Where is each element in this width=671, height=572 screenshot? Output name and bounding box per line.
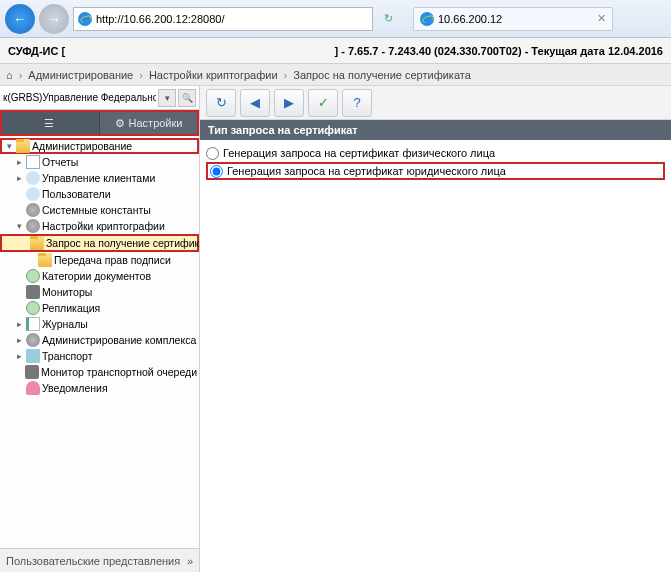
breadcrumb: ⌂ › Администрирование › Настройки крипто… <box>0 64 671 86</box>
app-titlebar: СУФД-ИС [ ] - 7.65.7 - 7.243.40 (024.330… <box>0 38 671 64</box>
browser-tab[interactable]: 10.66.200.12 ✕ <box>413 7 613 31</box>
browser-chrome: ← → http://10.66.200.12:28080/ ↻ 10.66.2… <box>0 0 671 38</box>
refresh-button[interactable]: ↻ <box>206 89 236 117</box>
queue-icon <box>25 365 39 379</box>
key-icon <box>26 219 40 233</box>
bell-icon <box>26 381 40 395</box>
db-icon <box>26 269 40 283</box>
transport-icon <box>26 349 40 363</box>
user-views-label: Пользовательские представления <box>6 555 180 567</box>
reload-button[interactable]: ↻ <box>377 8 399 30</box>
tree-signrights[interactable]: Передача прав подписи <box>0 252 199 268</box>
url-text: http://10.66.200.12:28080/ <box>96 13 224 25</box>
request-type-group: Генерация запроса на сертификат физическ… <box>200 140 671 184</box>
section-header: Тип запроса на сертификат <box>200 120 671 140</box>
tree-notif[interactable]: Уведомления <box>0 380 199 396</box>
crumb-admin[interactable]: Администрирование <box>28 69 133 81</box>
sidebar: к(GRBS)Управление Федерального казначейс… <box>0 86 200 572</box>
radio-individual-label: Генерация запроса на сертификат физическ… <box>223 147 495 159</box>
tab-settings-label: Настройки <box>129 117 183 129</box>
confirm-button[interactable]: ✓ <box>308 89 338 117</box>
content-area: ↻ ◀ ▶ ✓ ? Тип запроса на сертификат Гене… <box>200 86 671 572</box>
content-toolbar: ↻ ◀ ▶ ✓ ? <box>200 86 671 120</box>
tree-repl[interactable]: Репликация <box>0 300 199 316</box>
tree-certreq[interactable]: Запрос на получение сертификата <box>0 234 199 252</box>
ie-icon <box>78 12 92 26</box>
tab-settings[interactable]: ⚙ Настройки <box>99 112 197 134</box>
chevron-right-icon: › <box>284 69 288 81</box>
forward-button[interactable]: → <box>39 4 69 34</box>
tree-users[interactable]: Пользователи <box>0 186 199 202</box>
radio-legal[interactable]: Генерация запроса на сертификат юридичес… <box>206 162 665 180</box>
gear-icon <box>26 203 40 217</box>
address-bar[interactable]: http://10.66.200.12:28080/ <box>73 7 373 31</box>
folder-icon <box>38 253 52 267</box>
tree-admin[interactable]: ▾Администрирование <box>0 138 199 154</box>
sidebar-tabs: ☰ ⚙ Настройки <box>0 110 199 136</box>
tab-menu[interactable]: ☰ <box>2 112 99 134</box>
chevron-right-icon: › <box>139 69 143 81</box>
journal-icon <box>26 317 40 331</box>
ie-icon <box>420 12 434 26</box>
next-button[interactable]: ▶ <box>274 89 304 117</box>
tree-consts[interactable]: Системные константы <box>0 202 199 218</box>
chevron-right-icon: › <box>19 69 23 81</box>
menu-icon: ☰ <box>44 117 54 130</box>
gear-icon <box>26 333 40 347</box>
close-icon[interactable]: ✕ <box>597 12 606 25</box>
tree-clients[interactable]: ▸Управление клиентами <box>0 170 199 186</box>
gear-icon: ⚙ <box>115 117 125 130</box>
prev-button[interactable]: ◀ <box>240 89 270 117</box>
expand-icon[interactable]: » <box>187 555 193 567</box>
main-layout: к(GRBS)Управление Федерального казначейс… <box>0 86 671 572</box>
tree-journals[interactable]: ▸Журналы <box>0 316 199 332</box>
tree-complex[interactable]: ▸Администрирование комплекса <box>0 332 199 348</box>
radio-legal-label: Генерация запроса на сертификат юридичес… <box>227 165 506 177</box>
radio-individual[interactable]: Генерация запроса на сертификат физическ… <box>206 144 665 162</box>
doc-icon <box>26 155 40 169</box>
radio-legal-input[interactable] <box>210 165 223 178</box>
tree-tqueue[interactable]: Монитор транспортной очереди <box>0 364 199 380</box>
org-text: к(GRBS)Управление Федерального казначейс… <box>3 92 156 103</box>
folder-icon <box>30 236 44 250</box>
chevron-down-icon[interactable]: ▾ <box>158 89 176 107</box>
app-title-right: ] - 7.65.7 - 7.243.40 (024.330.700Т02) -… <box>334 45 663 57</box>
crumb-certreq[interactable]: Запрос на получение сертификата <box>293 69 471 81</box>
back-button[interactable]: ← <box>5 4 35 34</box>
help-button[interactable]: ? <box>342 89 372 117</box>
tab-title: 10.66.200.12 <box>438 13 502 25</box>
crumb-crypto[interactable]: Настройки криптографии <box>149 69 278 81</box>
org-selector[interactable]: к(GRBS)Управление Федерального казначейс… <box>0 86 199 110</box>
user-icon <box>26 187 40 201</box>
section-title: Тип запроса на сертификат <box>208 124 358 136</box>
tree-monitors[interactable]: Мониторы <box>0 284 199 300</box>
tree-crypto[interactable]: ▾Настройки криптографии <box>0 218 199 234</box>
tree-reports[interactable]: ▸Отчеты <box>0 154 199 170</box>
folder-icon <box>16 139 30 153</box>
monitor-icon <box>26 285 40 299</box>
tree-doccats[interactable]: Категории документов <box>0 268 199 284</box>
tree-transport[interactable]: ▸Транспорт <box>0 348 199 364</box>
replication-icon <box>26 301 40 315</box>
nav-tree: ▾Администрирование ▸Отчеты ▸Управление к… <box>0 136 199 548</box>
app-name: СУФД-ИС [ <box>8 45 65 57</box>
radio-individual-input[interactable] <box>206 147 219 160</box>
users-icon <box>26 171 40 185</box>
user-views-panel[interactable]: Пользовательские представления » <box>0 548 199 572</box>
home-icon[interactable]: ⌂ <box>6 69 13 81</box>
search-icon[interactable]: 🔍 <box>178 89 196 107</box>
